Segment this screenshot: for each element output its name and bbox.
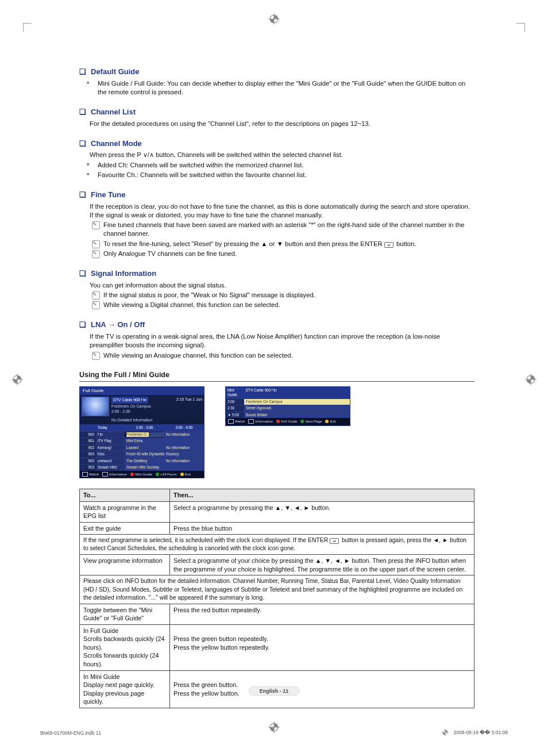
table-row: Exit the guide Press the blue button xyxy=(80,522,474,535)
list-item: Added Ch: Channels will be switched with… xyxy=(82,161,474,170)
note-cell: If the next programme is selected, it is… xyxy=(80,535,474,555)
document-page: Default Guide Mini Guide / Full Guide: Y… xyxy=(0,0,548,756)
programme-b xyxy=(164,438,204,444)
enter-icon xyxy=(82,472,88,477)
programme-b: No Information xyxy=(164,444,204,451)
col-today: Today xyxy=(96,424,125,431)
legend-mini: Mini Guide xyxy=(135,472,152,477)
yellow-dot-icon xyxy=(180,473,184,476)
table-row: 903KissFresh 40 with Dynamite MCKisstory xyxy=(80,451,204,458)
text: Added Ch: Channels will be switched with… xyxy=(98,162,304,168)
enter-icon xyxy=(228,419,234,424)
programme-a: Freshmen O.. xyxy=(126,432,149,438)
channel-name: oneword xyxy=(96,458,125,465)
table-row: 901ITV PlayMint Extra xyxy=(80,438,204,444)
svg-rect-13 xyxy=(330,538,339,543)
channel-label: DTV Cable 900 f tn xyxy=(244,387,350,398)
programme-name: Freshmen On Campus xyxy=(111,404,202,409)
text: Mini Guide / Full Guide: You can decide … xyxy=(98,80,465,95)
cell-to: In Mini Guide Display next page quickly.… xyxy=(80,670,170,708)
programme-b xyxy=(164,464,204,471)
registration-mark-icon xyxy=(11,374,23,385)
programme-detail: No Detailed Information xyxy=(111,417,202,423)
col-then: Then... xyxy=(170,489,474,502)
table-row: 903onewordThe DistilleryNo Information xyxy=(80,458,204,465)
channel-name: f tn xyxy=(96,431,125,438)
using-guide-heading: Using the Full / Mini Guide xyxy=(79,370,474,382)
programme-a2: Street Hypn.. xyxy=(149,432,165,438)
crop-mark xyxy=(516,23,525,32)
body-text: For the detailed procedures on using the… xyxy=(90,120,474,128)
section-channel-mode: Channel Mode xyxy=(79,139,474,149)
programme-a: Smash Hits! Sunday xyxy=(125,464,164,471)
table-header-row: To... Then... xyxy=(80,489,474,502)
text: Only Analogue TV channels can be fine tu… xyxy=(103,250,237,257)
section-lna: LNA → On / Off xyxy=(79,320,474,330)
cell-then: Press the red button repeatedly. xyxy=(170,604,474,624)
table-row: 2:30Street Hypnosis xyxy=(226,405,350,412)
red-dot-icon xyxy=(276,420,280,423)
cell-to: Watch a programme in the EPG list xyxy=(80,501,170,522)
timestamp-text: 2008-08-19 �� 5:01:08 xyxy=(453,730,508,735)
note-item: While viewing a Digital channel, this fu… xyxy=(92,301,474,309)
table-row: In Full Guide Scrolls backwards quickly … xyxy=(80,624,474,670)
registration-mark-icon xyxy=(268,13,280,25)
programme-a: The Distillery xyxy=(125,458,164,465)
channel-number: 903 xyxy=(80,451,96,458)
table-note-row: If the next programme is selected, it is… xyxy=(80,535,474,555)
section-signal-info: Signal Information xyxy=(79,268,474,279)
cell-to: View programme information xyxy=(80,555,170,575)
body-text: If the TV is operating in a weak-signal … xyxy=(90,332,474,350)
preview-thumbnail xyxy=(82,397,109,416)
note-item: To reset the fine-tuning, select "Reset"… xyxy=(92,240,474,248)
table-row: 903Smash Hits!Smash Hits! Sunday xyxy=(80,464,204,471)
note-item: If the signal status is poor, the "Weak … xyxy=(92,291,474,300)
programme-a: Fresh 40 with Dynamite MC xyxy=(125,451,164,458)
guide-actions-table: To... Then... Watch a programme in the E… xyxy=(79,489,474,708)
table-row: View programme information Select a prog… xyxy=(80,555,474,575)
channel-name: Smash Hits! xyxy=(96,464,125,471)
full-guide-legend: Watch Information Mini Guide +24 Hours E… xyxy=(80,471,204,478)
channel-number: 902 xyxy=(80,444,96,451)
section-default-guide: Default Guide xyxy=(79,67,474,77)
table-note-row: Please click on INFO button for the deta… xyxy=(80,575,474,604)
col-to: To... xyxy=(80,489,170,502)
full-guide-figure: Full Guide DTV Cable 900 f tn 2:10 Tue 1… xyxy=(79,386,204,478)
doc-reference: BN68-01700M-ENG.indb 11 xyxy=(40,730,101,736)
section-channel-list: Channel List xyxy=(79,107,474,117)
channel-badge: DTV Cable 900 f tn xyxy=(111,397,148,403)
info-icon xyxy=(102,472,108,477)
guide-figures: Full Guide DTV Cable 900 f tn 2:10 Tue 1… xyxy=(79,386,474,478)
time-cell: ▼ 5:00 xyxy=(226,412,244,419)
cell-to: In Full Guide Scrolls backwards quickly … xyxy=(80,624,170,670)
cell-to: Toggle between the "Mini Guide" or "Full… xyxy=(80,604,170,624)
crop-mark xyxy=(23,23,32,32)
text: If the signal status is poor, the "Weak … xyxy=(103,291,315,298)
legend-info: Information xyxy=(255,419,273,424)
programme-b: No Information xyxy=(164,431,204,438)
text: Favourite Ch.: Channels will be switched… xyxy=(98,171,307,178)
green-dot-icon xyxy=(300,420,304,423)
enter-icon xyxy=(330,538,340,544)
legend-exit: Exit xyxy=(185,472,191,477)
text: To reset the fine-tuning, select "Reset"… xyxy=(103,240,383,247)
mini-guide-legend: Watch Information Full Guide Next Page E… xyxy=(226,418,350,425)
mini-guide-title-row: Mini Guide DTV Cable 900 f tn xyxy=(226,387,350,398)
red-dot-icon xyxy=(130,473,134,476)
registration-mark-icon xyxy=(525,374,537,385)
channel-mode-list: Added Ch: Channels will be switched with… xyxy=(82,161,474,180)
programme-a: Mint Extra xyxy=(125,438,164,444)
table-row: 2:00Freshmen On Campus xyxy=(226,398,350,405)
signal-info-notes: If the signal status is poor, the "Weak … xyxy=(92,291,474,310)
programme-b: Kisstory xyxy=(164,451,204,458)
programme-time: 2:00 - 2:30 xyxy=(111,409,202,414)
date-label: 2:10 Tue 1 Jun xyxy=(176,397,202,402)
table-row: 900f tnFreshmen O..Street Hypn..No Infor… xyxy=(80,431,204,438)
table-row: Toggle between the "Mini Guide" or "Full… xyxy=(80,604,474,624)
col-slot-a: 2:00 - 3:00 xyxy=(125,424,164,431)
legend-next: Next Page xyxy=(305,419,322,424)
fine-tune-notes: Fine tuned channels that have been saved… xyxy=(92,221,474,258)
page-number-badge: English - 11 xyxy=(249,686,300,696)
legend-watch: Watch xyxy=(235,419,245,424)
legend-info: Information xyxy=(109,472,127,477)
